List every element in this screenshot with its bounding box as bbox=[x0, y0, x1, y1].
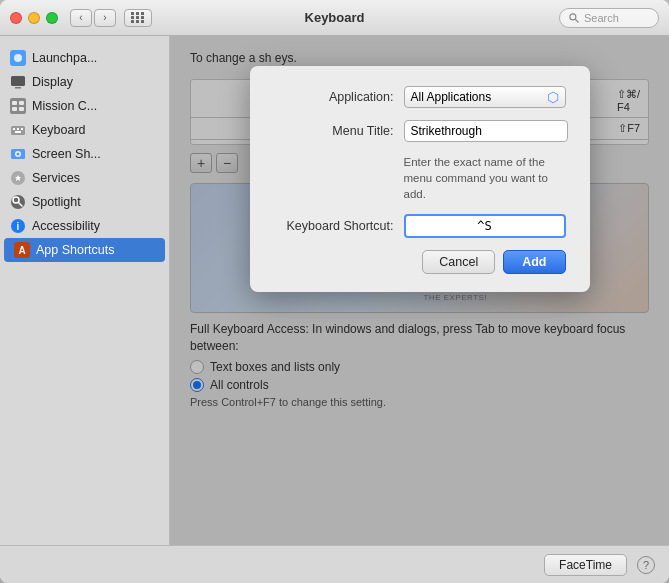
facetime-button[interactable]: FaceTime bbox=[544, 554, 627, 576]
svg-line-1 bbox=[576, 19, 579, 22]
keyboard-shortcut-label: Keyboard Shortcut: bbox=[274, 219, 404, 233]
bottom-strip: FaceTime ? bbox=[0, 545, 669, 583]
sidebar-label-services: Services bbox=[32, 171, 80, 185]
maximize-button[interactable] bbox=[46, 12, 58, 24]
sidebar-item-display[interactable]: Display bbox=[0, 70, 169, 94]
close-button[interactable] bbox=[10, 12, 22, 24]
svg-rect-11 bbox=[11, 126, 25, 135]
sidebar-label-launchpad: Launchpa... bbox=[32, 51, 97, 65]
menu-title-label: Menu Title: bbox=[274, 124, 404, 138]
sidebar-item-accessibility[interactable]: i Accessibility bbox=[0, 214, 169, 238]
sidebar-label-screensh: Screen Sh... bbox=[32, 147, 101, 161]
modal-help-text: Enter the exact name of the menu command… bbox=[404, 154, 566, 202]
keyboard-icon bbox=[10, 122, 26, 138]
svg-rect-4 bbox=[11, 76, 25, 86]
mission-icon bbox=[10, 98, 26, 114]
display-icon bbox=[10, 74, 26, 90]
svg-rect-5 bbox=[15, 87, 21, 89]
services-icon bbox=[10, 170, 26, 186]
screensh-icon bbox=[10, 146, 26, 162]
sidebar-item-screensh[interactable]: Screen Sh... bbox=[0, 142, 169, 166]
appshortcuts-icon: A bbox=[14, 242, 30, 258]
svg-text:A: A bbox=[18, 245, 25, 256]
back-button[interactable]: ‹ bbox=[70, 9, 92, 27]
nav-buttons: ‹ › bbox=[70, 9, 116, 27]
svg-rect-12 bbox=[13, 128, 15, 130]
svg-rect-7 bbox=[12, 101, 17, 105]
sidebar-item-appshortcuts[interactable]: A App Shortcuts bbox=[4, 238, 165, 262]
window-title: Keyboard bbox=[305, 10, 365, 25]
sidebar-label-keyboard: Keyboard bbox=[32, 123, 86, 137]
sidebar-item-services[interactable]: Services bbox=[0, 166, 169, 190]
sidebar-label-display: Display bbox=[32, 75, 73, 89]
modal-buttons: Cancel Add bbox=[274, 250, 566, 274]
svg-text:i: i bbox=[17, 221, 20, 232]
sidebar-item-launchpad[interactable]: Launchpa... bbox=[0, 46, 169, 70]
svg-rect-6 bbox=[10, 98, 26, 114]
main-window: ‹ › Keyboard Search La bbox=[0, 0, 669, 583]
svg-rect-15 bbox=[15, 131, 21, 133]
titlebar: ‹ › Keyboard Search bbox=[0, 0, 669, 36]
sidebar: Launchpa... Display Mission C... Keyboar… bbox=[0, 36, 170, 545]
keyboard-shortcut-row: Keyboard Shortcut: bbox=[274, 214, 566, 238]
modal-overlay: Application: All Applications ⬡ Menu Tit… bbox=[170, 36, 669, 545]
launchpad-icon bbox=[10, 50, 26, 66]
help-button[interactable]: ? bbox=[637, 556, 655, 574]
search-icon bbox=[568, 12, 580, 24]
minimize-button[interactable] bbox=[28, 12, 40, 24]
sidebar-item-spotlight[interactable]: Spotlight bbox=[0, 190, 169, 214]
svg-point-18 bbox=[17, 153, 20, 156]
grid-icon bbox=[131, 12, 145, 23]
application-label: Application: bbox=[274, 90, 404, 104]
search-box[interactable]: Search bbox=[559, 8, 659, 28]
grid-button[interactable] bbox=[124, 9, 152, 27]
cancel-button[interactable]: Cancel bbox=[422, 250, 495, 274]
main-pane: To change a sh eys. ⇧⌘/ F4 ⇧F7 + bbox=[170, 36, 669, 545]
application-select[interactable]: All Applications ⬡ bbox=[404, 86, 566, 108]
spotlight-icon bbox=[10, 194, 26, 210]
keyboard-shortcut-input[interactable] bbox=[404, 214, 566, 238]
menu-title-input[interactable] bbox=[404, 120, 568, 142]
svg-rect-13 bbox=[17, 128, 19, 130]
add-shortcut-modal: Application: All Applications ⬡ Menu Tit… bbox=[250, 66, 590, 292]
svg-rect-8 bbox=[19, 101, 24, 105]
forward-button[interactable]: › bbox=[94, 9, 116, 27]
svg-point-0 bbox=[570, 13, 576, 19]
shortcut-input-container bbox=[404, 214, 566, 238]
sidebar-label-spotlight: Spotlight bbox=[32, 195, 81, 209]
application-row: Application: All Applications ⬡ bbox=[274, 86, 566, 108]
select-arrow-icon: ⬡ bbox=[547, 89, 559, 105]
sidebar-item-mission[interactable]: Mission C... bbox=[0, 94, 169, 118]
add-button[interactable]: Add bbox=[503, 250, 565, 274]
sidebar-label-appshortcuts: App Shortcuts bbox=[36, 243, 115, 257]
content-area: Launchpa... Display Mission C... Keyboar… bbox=[0, 36, 669, 545]
sidebar-label-mission: Mission C... bbox=[32, 99, 97, 113]
application-value: All Applications bbox=[411, 90, 492, 104]
search-placeholder: Search bbox=[584, 12, 619, 24]
menu-title-row: Menu Title: bbox=[274, 120, 566, 142]
svg-point-3 bbox=[14, 54, 22, 62]
sidebar-item-keyboard[interactable]: Keyboard bbox=[0, 118, 169, 142]
accessibility-icon: i bbox=[10, 218, 26, 234]
svg-rect-9 bbox=[12, 107, 17, 111]
traffic-lights bbox=[10, 12, 58, 24]
sidebar-label-accessibility: Accessibility bbox=[32, 219, 100, 233]
svg-rect-10 bbox=[19, 107, 24, 111]
svg-rect-14 bbox=[21, 128, 23, 130]
